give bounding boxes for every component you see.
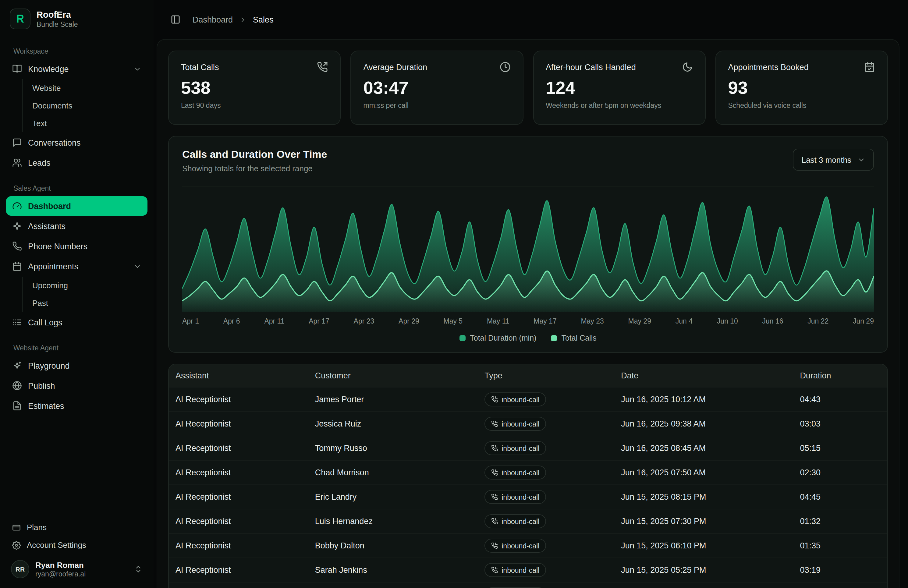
sidebar-item-phone-numbers[interactable]: Phone Numbers	[6, 237, 148, 256]
x-tick: Jun 10	[717, 317, 738, 325]
call-type-badge: inbound-call	[485, 417, 546, 431]
x-tick: Apr 23	[354, 317, 375, 325]
table-row[interactable]: AI Receptionist Eric Landry inbound-call…	[169, 485, 887, 509]
table-row[interactable]: AI Receptionist Jessica Ruiz inbound-cal…	[169, 411, 887, 436]
sidebar-item-publish[interactable]: Publish	[6, 376, 148, 395]
workspace-switcher[interactable]: R RoofEra Bundle Scale	[0, 0, 154, 35]
stat-label: Average Duration	[364, 63, 428, 72]
x-tick: Jun 4	[676, 317, 692, 325]
cell-date: Jun 15, 2025 03:45 PM	[615, 583, 794, 588]
x-tick: Apr 6	[223, 317, 240, 325]
sidebar-item-label: Dashboard	[28, 201, 71, 211]
sidebar-subitem-label: Text	[32, 119, 47, 128]
chevron-right-icon	[239, 16, 247, 23]
phone-icon	[12, 241, 22, 251]
table-row[interactable]: AI Receptionist Mark Ellison inbound-cal…	[169, 582, 887, 588]
table-row[interactable]: AI Receptionist Sarah Jenkins inbound-ca…	[169, 557, 887, 582]
breadcrumb-dashboard[interactable]: Dashboard	[193, 15, 233, 24]
cell-type: inbound-call	[478, 436, 615, 460]
sidebar-item-appointments[interactable]: Appointments	[6, 256, 148, 276]
sidebar-item-assistants[interactable]: Assistants	[6, 216, 148, 236]
app-name: RoofEra	[37, 10, 78, 19]
x-tick: Apr 17	[309, 317, 329, 325]
cell-type: inbound-call	[478, 509, 615, 533]
sidebar-subitem-website[interactable]: Website	[22, 79, 148, 97]
chart-title: Calls and Duration Over Time	[182, 149, 327, 161]
sidebar-item-label: Call Logs	[28, 318, 63, 327]
calendar-check-icon	[864, 61, 875, 72]
sidebar-item-plans[interactable]: Plans	[6, 519, 148, 536]
sidebar-toggle-button[interactable]	[167, 11, 184, 28]
stat-card-appointments-booked: Appointments Booked 93 Scheduled via voi…	[715, 51, 888, 125]
call-type-label: inbound-call	[502, 518, 539, 525]
cell-type: inbound-call	[478, 388, 615, 411]
cell-date: Jun 16, 2025 07:50 AM	[615, 461, 794, 484]
footer-item-label: Plans	[27, 523, 47, 532]
table-row[interactable]: AI Receptionist Tommy Russo inbound-call…	[169, 436, 887, 460]
column-header-duration: Duration	[794, 364, 887, 387]
legend-item-total-duration-min: Total Duration (min)	[459, 334, 536, 342]
sidebar-footer: Plans Account Settings RR Ryan Roman rya…	[0, 514, 154, 582]
cell-assistant: AI Receptionist	[169, 437, 309, 459]
call-type-label: inbound-call	[502, 542, 539, 549]
chart-x-axis: Apr 1Apr 6Apr 11Apr 17Apr 23Apr 29May 5M…	[182, 317, 874, 325]
stat-card-after-hour-calls-handled: After-hour Calls Handled 124 Weekends or…	[533, 51, 706, 125]
stat-label: Appointments Booked	[728, 63, 809, 72]
cell-duration: 03:03	[794, 412, 887, 435]
stat-card-total-calls: Total Calls 538 Last 90 days	[168, 51, 341, 125]
phone-incoming-icon	[491, 567, 498, 574]
column-header-date: Date	[615, 364, 794, 387]
playground-icon	[12, 361, 22, 371]
panel-left-icon	[171, 14, 180, 24]
main-area: Dashboard Sales Total Calls 538 Last 90 …	[154, 0, 908, 588]
sidebar-item-playground[interactable]: Playground	[6, 356, 148, 375]
sidebar-item-label: Publish	[28, 381, 55, 390]
table-row[interactable]: AI Receptionist Chad Morrison inbound-ca…	[169, 460, 887, 485]
user-name: Ryan Roman	[35, 561, 85, 570]
call-type-badge: inbound-call	[485, 514, 546, 528]
call-logs-icon	[12, 317, 22, 327]
column-header-type: Type	[478, 364, 615, 387]
sidebar-subitem-label: Upcoming	[32, 281, 68, 290]
file-text-icon	[12, 401, 22, 411]
sidebar-item-conversations[interactable]: Conversations	[6, 133, 148, 152]
cell-date: Jun 16, 2025 09:38 AM	[615, 412, 794, 435]
sparkles-icon	[12, 221, 22, 231]
sidebar-subitem-text[interactable]: Text	[22, 114, 148, 132]
call-type-label: inbound-call	[502, 566, 539, 574]
stat-value: 93	[728, 78, 876, 98]
table-row[interactable]: AI Receptionist Bobby Dalton inbound-cal…	[169, 533, 887, 557]
sidebar-item-dashboard[interactable]: Dashboard	[6, 196, 148, 216]
sidebar-item-leads[interactable]: Leads	[6, 153, 148, 172]
cell-duration: 04:45	[794, 486, 887, 508]
sidebar-item-account-settings[interactable]: Account Settings	[6, 536, 148, 554]
cell-duration: 01:35	[794, 534, 887, 557]
stat-label: After-hour Calls Handled	[546, 63, 636, 72]
stat-top: Appointments Booked	[728, 61, 876, 72]
sidebar-item-call-logs[interactable]: Call Logs	[6, 313, 148, 332]
phone-incoming-icon	[491, 396, 498, 403]
table-row[interactable]: AI Receptionist James Porter inbound-cal…	[169, 387, 887, 411]
sidebar-subitem-past[interactable]: Past	[22, 294, 148, 312]
cell-type: inbound-call	[478, 534, 615, 557]
x-tick: Jun 22	[807, 317, 829, 325]
sidebar-subitem-upcoming[interactable]: Upcoming	[22, 277, 148, 294]
roofera-logo: R	[10, 8, 31, 29]
sidebar-subitem-documents[interactable]: Documents	[22, 97, 148, 114]
call-type-label: inbound-call	[502, 445, 539, 452]
range-select[interactable]: Last 3 months	[793, 149, 874, 171]
cell-assistant: AI Receptionist	[169, 510, 309, 533]
legend-swatch	[551, 335, 557, 341]
call-type-label: inbound-call	[502, 420, 539, 427]
sidebar-item-knowledge[interactable]: Knowledge	[6, 59, 148, 79]
x-tick: Jun 29	[853, 317, 874, 325]
sidebar-item-estimates[interactable]: Estimates	[6, 396, 148, 416]
legend-label: Total Duration (min)	[470, 334, 536, 342]
table-row[interactable]: AI Receptionist Luis Hernandez inbound-c…	[169, 509, 887, 533]
breadcrumb: Dashboard Sales	[193, 15, 274, 24]
chart-titles: Calls and Duration Over Time Showing tot…	[182, 149, 327, 173]
user-menu[interactable]: RR Ryan Roman ryan@roofera.ai	[6, 554, 148, 582]
stat-card-average-duration: Average Duration 03:47 mm:ss per call	[351, 51, 523, 125]
breadcrumb-sales: Sales	[253, 15, 274, 24]
call-type-badge: inbound-call	[485, 466, 546, 480]
